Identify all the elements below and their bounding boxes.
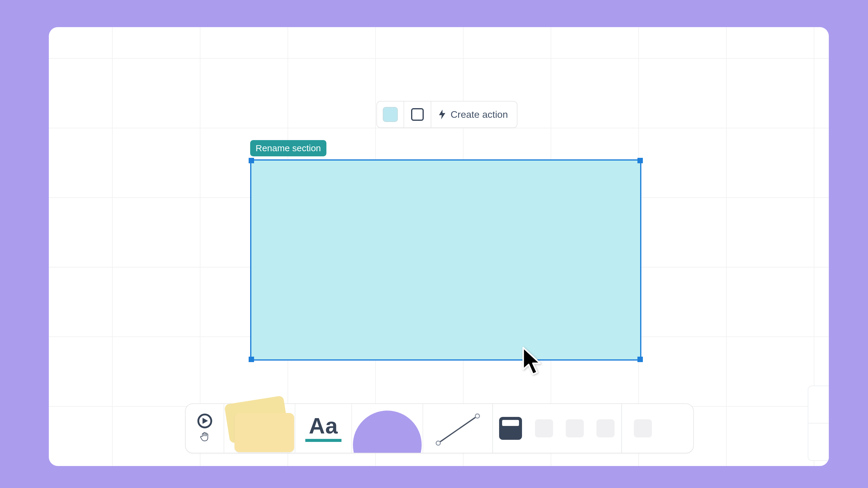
hand-tool-button[interactable]: [199, 431, 210, 444]
frame-icon: [499, 417, 522, 440]
zoom-panel[interactable]: [808, 386, 829, 461]
text-icon: Aa: [305, 415, 341, 442]
circle-icon: [353, 411, 422, 453]
stroke-style-button[interactable]: [404, 101, 431, 127]
resize-handle-bottom-left[interactable]: [249, 357, 254, 362]
hand-icon: [199, 431, 210, 442]
svg-point-2: [436, 441, 440, 445]
bottom-toolbar: Aa: [185, 403, 694, 453]
create-action-button[interactable]: Create action: [431, 101, 517, 127]
play-icon: [202, 417, 209, 424]
shape-tool[interactable]: [352, 404, 423, 453]
mode-group: [186, 404, 224, 453]
canvas[interactable]: Create action Rename section: [49, 27, 829, 466]
fill-color-button[interactable]: [377, 101, 404, 127]
section-name-chip[interactable]: Rename section: [250, 140, 327, 156]
context-toolbar: Create action: [376, 101, 518, 128]
selected-section[interactable]: [250, 159, 641, 361]
line-tool[interactable]: [423, 404, 493, 453]
sticky-note-icon: [230, 412, 292, 453]
resize-handle-top-right[interactable]: [638, 158, 643, 163]
svg-point-1: [475, 414, 479, 418]
resize-handle-top-left[interactable]: [249, 158, 254, 163]
resize-handle-bottom-right[interactable]: [638, 357, 643, 362]
frame-tool[interactable]: [493, 404, 528, 453]
placeholder-group: [528, 404, 622, 453]
text-tool[interactable]: Aa: [296, 404, 352, 453]
text-glyph: Aa: [309, 415, 338, 437]
svg-line-0: [438, 416, 477, 443]
square-outline-icon: [411, 108, 424, 121]
placeholder-tool-3[interactable]: [596, 419, 615, 437]
placeholder-icon: [634, 419, 652, 437]
placeholder-tool-4[interactable]: [622, 404, 664, 453]
text-underline: [305, 439, 341, 442]
play-button[interactable]: [197, 414, 212, 428]
color-swatch-icon: [383, 107, 398, 122]
divider: [808, 423, 829, 424]
line-icon: [435, 413, 480, 444]
placeholder-tool-1[interactable]: [535, 419, 553, 437]
create-action-label: Create action: [451, 109, 508, 120]
section-name-label: Rename section: [255, 143, 321, 153]
placeholder-tool-2[interactable]: [566, 419, 584, 437]
lightning-icon: [438, 109, 446, 120]
sticky-note-tool[interactable]: [224, 404, 296, 453]
